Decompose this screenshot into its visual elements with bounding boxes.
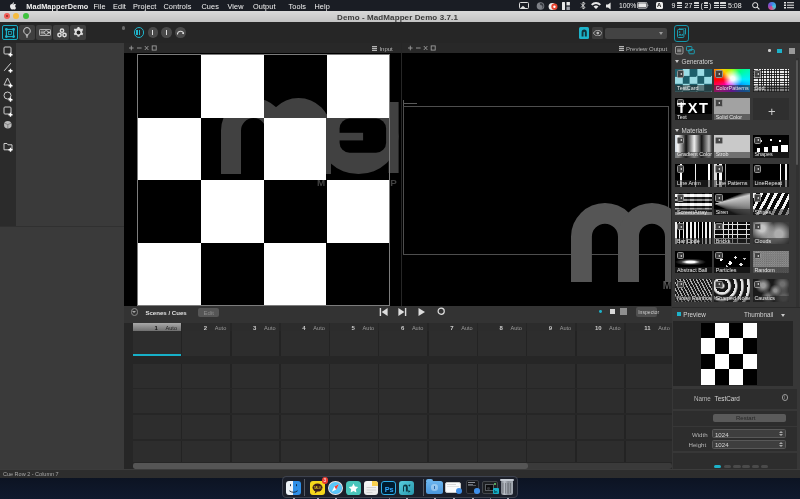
svg-text:TXT: TXT xyxy=(677,100,708,115)
svg-text:TALK: TALK xyxy=(313,486,322,490)
